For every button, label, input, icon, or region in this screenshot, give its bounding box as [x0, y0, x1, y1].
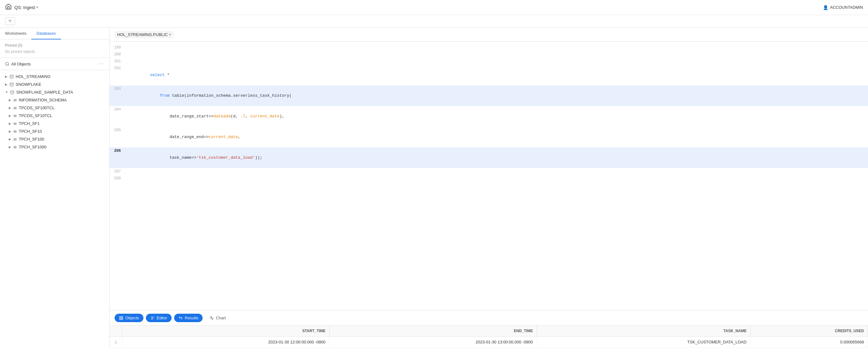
svg-rect-32 [122, 318, 123, 320]
svg-rect-21 [14, 131, 17, 132]
svg-rect-13 [14, 108, 17, 109]
svg-rect-11 [14, 107, 17, 108]
objects-icon [119, 316, 123, 320]
pinned-empty: No pinned objects [5, 50, 104, 54]
all-objects-label[interactable]: All Objects [5, 62, 31, 66]
tree-item-tpch-sf10[interactable]: ▶ TPCH_SF10 [0, 127, 109, 135]
sidebar: Worksheets Databases Pinned (0) No pinne… [0, 28, 110, 348]
svg-line-4 [8, 65, 9, 66]
results-data-table: START_TIME END_TIME TASK_NAME CREDITS_US… [110, 326, 868, 348]
schema-icon [13, 98, 17, 102]
tab-results-button[interactable]: Results [174, 314, 203, 322]
svg-rect-20 [14, 131, 17, 131]
svg-point-7 [11, 91, 14, 92]
svg-rect-22 [14, 132, 17, 133]
home-icon[interactable] [5, 3, 12, 11]
tree-item-snowflake-sample-data[interactable]: ▼ SNOWFLAKE_SAMPLE_DATA [0, 88, 109, 96]
svg-rect-27 [14, 147, 17, 148]
tree-label: TPCH_SF1000 [19, 145, 46, 149]
code-line-203: 203 from table(information_schema.server… [110, 86, 868, 106]
tab-bar: Objects Editor Results Chart [110, 310, 868, 326]
svg-rect-17 [14, 123, 17, 123]
app-title[interactable]: QS: Ingest ▾ [14, 5, 38, 10]
cell-credits-used: 0.000065668 [751, 337, 868, 348]
svg-rect-15 [14, 116, 17, 116]
tab-editor-button[interactable]: Editor [146, 314, 172, 322]
tree-label: INFORMATION_SCHEMA [19, 98, 67, 102]
tree-label: TPCH_SF10 [19, 129, 42, 134]
col-header-end-time: END_TIME [330, 326, 537, 337]
pinned-title: Pinned (0) [5, 43, 104, 47]
more-options-icon[interactable]: ··· [98, 61, 104, 67]
account-label: ACCOUNTADMIN [830, 5, 863, 10]
tree-item-snowflake[interactable]: ▶ SNOWFLAKE [0, 81, 109, 88]
chevron-right-icon: ▶ [9, 98, 11, 102]
tab-databases[interactable]: Databases [31, 28, 61, 39]
pinned-section: Pinned (0) No pinned objects [0, 39, 109, 58]
chevron-right-icon: ▶ [9, 114, 11, 118]
topbar: QS: Ingest ▾ 👤 ACCOUNTADMIN [0, 0, 868, 15]
chevron-down-icon: ▾ [169, 33, 171, 37]
dropdown-icon: ▾ [36, 5, 38, 9]
tree-item-tpch-sf1000[interactable]: ▶ TPCH_SF1000 [0, 143, 109, 151]
code-line-202: 202 select * [110, 65, 868, 86]
svg-rect-29 [120, 316, 121, 317]
tree-item-hol-streaming[interactable]: ▶ HOL_STREAMING [0, 73, 109, 81]
svg-rect-23 [14, 138, 17, 139]
chart-icon [210, 316, 214, 320]
tree-item-tpcds-sf10tcl[interactable]: ▶ TPCDS_SF10TCL [0, 112, 109, 120]
chevron-right-icon: ▶ [9, 145, 11, 149]
cell-task-name: TSK_CUSTOMER_DATA_LOAD [537, 337, 750, 348]
tree-label: TPCDS_SF100TCL [19, 105, 55, 110]
col-header-task-name: TASK_NAME [537, 326, 750, 337]
table-row: 1 2023-01-30 12:00:00.000 -0800 2023-01-… [110, 337, 868, 348]
chevron-right-icon: ▶ [5, 75, 7, 78]
svg-rect-24 [14, 139, 17, 139]
tree-item-tpch-sf1[interactable]: ▶ TPCH_SF1 [0, 120, 109, 127]
code-line-201: 201 [110, 58, 868, 65]
code-line-208: 208 [110, 175, 868, 182]
svg-rect-19 [14, 124, 17, 125]
code-line-205: 205 date_range_end=>current_date, [110, 127, 868, 148]
filterbar [0, 15, 868, 28]
database-icon [9, 82, 14, 87]
tab-worksheets[interactable]: Worksheets [0, 28, 31, 39]
tree-item-tpcds-sf100tcl[interactable]: ▶ TPCDS_SF100TCL [0, 104, 109, 112]
tab-objects-button[interactable]: Objects [115, 314, 144, 322]
svg-rect-26 [14, 146, 17, 147]
filter-button[interactable] [5, 18, 15, 25]
svg-rect-12 [14, 108, 17, 108]
svg-rect-28 [14, 148, 17, 149]
sidebar-tree: ▶ HOL_STREAMING ▶ SNOWFLAKE ▼ SNOWFLAKE_… [0, 70, 109, 348]
svg-rect-9 [14, 100, 17, 100]
tree-item-tpch-sf100[interactable]: ▶ TPCH_SF100 [0, 135, 109, 143]
results-table: START_TIME END_TIME TASK_NAME CREDITS_US… [110, 326, 868, 348]
topbar-left: QS: Ingest ▾ [5, 3, 38, 11]
tree-label: SNOWFLAKE [16, 82, 41, 87]
database-icon [9, 74, 14, 79]
chevron-right-icon: ▶ [9, 122, 11, 125]
code-line-207: 207 [110, 168, 868, 175]
svg-rect-25 [14, 140, 17, 140]
account-icon: 👤 [823, 5, 828, 10]
svg-rect-31 [120, 318, 121, 320]
col-header-rownum [110, 326, 122, 337]
col-header-start-time: START_TIME [122, 326, 330, 337]
schema-icon [13, 145, 17, 149]
chevron-right-icon: ▶ [9, 130, 11, 133]
db-selector-bar: HOL_STREAMING.PUBLIC ▾ [110, 28, 868, 42]
results-icon [179, 316, 183, 320]
cell-rownum: 1 [110, 337, 122, 348]
cell-end-time: 2023-01-30 13:00:00.000 -0800 [330, 337, 537, 348]
chevron-down-icon: ▼ [5, 91, 8, 94]
svg-rect-18 [14, 123, 17, 124]
sidebar-tabs: Worksheets Databases [0, 28, 109, 39]
tree-label: TPCH_SF100 [19, 137, 44, 141]
schema-icon [13, 130, 17, 133]
tree-item-information-schema[interactable]: ▶ INFORMATION_SCHEMA [0, 96, 109, 104]
db-selector[interactable]: HOL_STREAMING.PUBLIC ▾ [115, 31, 174, 38]
code-editor[interactable]: 199 200 201 202 select * [110, 42, 868, 310]
code-line-204: 204 date_range_start=>dateadd(d, -7, cur… [110, 106, 868, 127]
main-layout: Worksheets Databases Pinned (0) No pinne… [0, 28, 868, 348]
tab-chart-button[interactable]: Chart [205, 314, 230, 322]
